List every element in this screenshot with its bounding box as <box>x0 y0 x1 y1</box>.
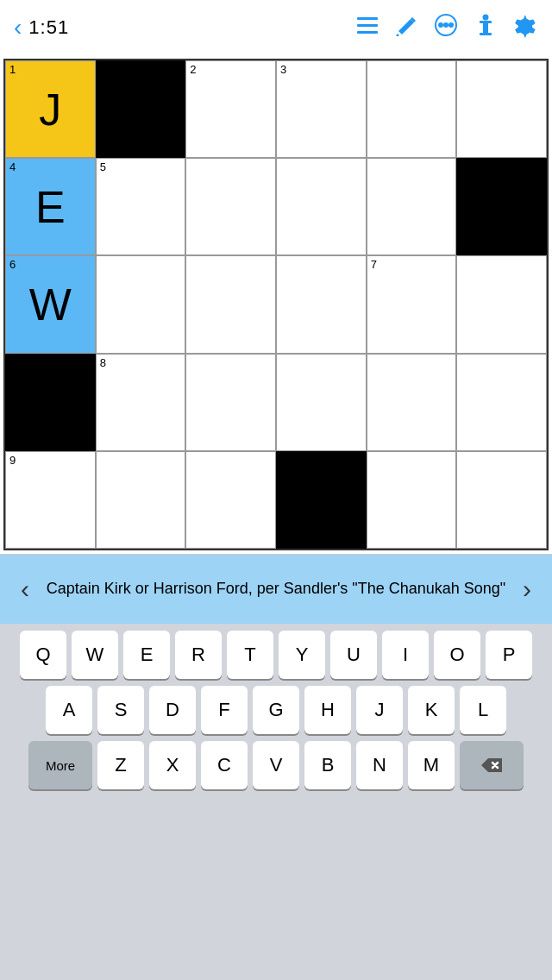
cell-3-5[interactable] <box>456 354 547 451</box>
cell-4-3 <box>276 451 367 549</box>
key-q[interactable]: Q <box>20 631 66 679</box>
key-e[interactable]: E <box>123 631 170 679</box>
key-a[interactable]: A <box>46 686 92 734</box>
cell-1-0[interactable]: 4E <box>5 158 96 255</box>
cell-3-4[interactable] <box>367 354 457 451</box>
prev-clue-button[interactable]: ‹ <box>10 575 40 604</box>
key-d[interactable]: D <box>149 686 196 734</box>
cell-4-4[interactable] <box>367 451 457 549</box>
crossword-grid[interactable]: 1J234E56W789 <box>3 59 549 550</box>
key-k[interactable]: K <box>408 686 455 734</box>
cell-4-2[interactable] <box>185 451 276 549</box>
key-f[interactable]: F <box>201 686 248 734</box>
cell-2-0[interactable]: 6W <box>5 255 96 353</box>
key-y[interactable]: Y <box>279 631 325 679</box>
svg-rect-11 <box>480 33 492 35</box>
key-g[interactable]: G <box>253 686 299 734</box>
cell-4-1[interactable] <box>96 451 186 549</box>
key-row-0: QWERTYUIOP <box>3 631 549 679</box>
svg-rect-12 <box>480 21 492 23</box>
status-bar: ‹ 1:51 <box>0 0 552 55</box>
cell-4-5[interactable] <box>456 451 547 549</box>
key-n[interactable]: N <box>356 741 403 789</box>
key-r[interactable]: R <box>175 631 222 679</box>
cell-0-4[interactable] <box>367 60 457 158</box>
settings-icon[interactable] <box>512 12 538 44</box>
cell-3-2[interactable] <box>185 354 276 451</box>
cell-2-4[interactable]: 7 <box>367 255 457 353</box>
keyboard: QWERTYUIOPASDFGHJKLMoreZXCVBNM <box>0 624 552 980</box>
cell-1-2[interactable] <box>185 158 276 255</box>
crossword-container: 1J234E56W789 <box>0 55 552 555</box>
status-time: 1:51 <box>28 16 69 39</box>
key-x[interactable]: X <box>149 741 196 789</box>
key-more[interactable]: More <box>28 741 92 789</box>
clue-text: Captain Kirk or Harrison Ford, per Sandl… <box>40 578 512 600</box>
cell-2-3[interactable] <box>276 255 367 353</box>
key-o[interactable]: O <box>434 631 480 679</box>
cell-2-2[interactable] <box>185 255 276 353</box>
svg-point-10 <box>483 14 489 20</box>
key-w[interactable]: W <box>72 631 118 679</box>
key-v[interactable]: V <box>253 741 299 789</box>
svg-rect-0 <box>357 17 378 20</box>
svg-point-6 <box>438 22 443 28</box>
cell-1-3[interactable] <box>276 158 367 255</box>
key-j[interactable]: J <box>356 686 403 734</box>
key-t[interactable]: T <box>227 631 273 679</box>
cell-0-5[interactable] <box>456 60 547 158</box>
cell-1-4[interactable] <box>367 158 457 255</box>
cell-0-1 <box>96 60 186 158</box>
key-s[interactable]: S <box>97 686 144 734</box>
key-l[interactable]: L <box>460 686 506 734</box>
key-row-1: ASDFGHJKL <box>3 686 549 734</box>
key-b[interactable]: B <box>304 741 351 789</box>
key-row-2: MoreZXCVBNM <box>3 741 549 789</box>
svg-point-8 <box>448 22 454 28</box>
help-icon[interactable] <box>433 12 459 44</box>
back-button[interactable]: ‹ <box>14 14 22 41</box>
key-u[interactable]: U <box>330 631 377 679</box>
next-clue-button[interactable]: › <box>512 575 542 604</box>
cell-2-1[interactable] <box>96 255 186 353</box>
cell-2-5[interactable] <box>456 255 547 353</box>
key-delete[interactable] <box>460 741 524 789</box>
key-h[interactable]: H <box>304 686 351 734</box>
svg-rect-2 <box>357 31 378 34</box>
key-m[interactable]: M <box>408 741 455 789</box>
cell-1-1[interactable]: 5 <box>96 158 186 255</box>
svg-point-7 <box>443 22 448 28</box>
svg-rect-1 <box>357 24 378 27</box>
clue-bar: ‹ Captain Kirk or Harrison Ford, per San… <box>0 555 552 624</box>
cell-0-0[interactable]: 1J <box>5 60 96 158</box>
cell-0-3[interactable]: 3 <box>276 60 367 158</box>
list-icon[interactable] <box>355 15 380 41</box>
cell-0-2[interactable]: 2 <box>185 60 276 158</box>
key-z[interactable]: Z <box>97 741 144 789</box>
cell-1-5 <box>456 158 547 255</box>
key-c[interactable]: C <box>201 741 248 789</box>
cell-3-1[interactable]: 8 <box>96 354 186 451</box>
cell-4-0[interactable]: 9 <box>5 451 96 549</box>
edit-icon[interactable] <box>395 14 417 42</box>
key-i[interactable]: I <box>382 631 429 679</box>
key-p[interactable]: P <box>486 631 532 679</box>
cell-3-0 <box>5 354 96 451</box>
info-icon[interactable] <box>474 12 497 44</box>
svg-line-3 <box>397 35 398 36</box>
cell-3-3[interactable] <box>276 354 367 451</box>
